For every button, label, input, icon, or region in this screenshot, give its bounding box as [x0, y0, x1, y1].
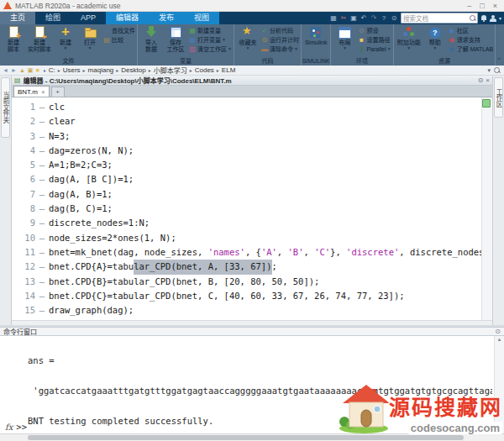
new-variable-button[interactable]: ▦新建变量	[188, 27, 232, 34]
breadcrumb-item[interactable]: Users	[63, 66, 81, 74]
doc-search-input[interactable]: 搜索文档	[401, 13, 478, 24]
forward-icon[interactable]: ►	[11, 66, 17, 75]
hscroll-thumb[interactable]	[28, 435, 464, 440]
set-path-button[interactable]: ■设置路径	[357, 36, 391, 44]
community-button[interactable]: ◉社区	[448, 27, 493, 34]
tab-home[interactable]: 主页	[0, 12, 35, 24]
code-line: 6–dag(A, [B C])=1;	[12, 172, 482, 186]
addons-button[interactable]: 附加功能▼	[396, 25, 423, 57]
import-data-icon	[144, 26, 158, 39]
tab-apps[interactable]: APP	[71, 12, 106, 24]
help-button[interactable]: 帮助▼	[423, 25, 447, 57]
breadcrumb-item[interactable]: Codes	[195, 66, 214, 74]
collapse-ribbon-icon[interactable]: ⌃	[496, 57, 501, 64]
breadcrumb-item[interactable]: 小脚本学习	[154, 66, 187, 75]
tab-bnt-m[interactable]: BNT.m ×	[13, 86, 50, 97]
address-search-icon[interactable]	[494, 67, 500, 73]
code-line: 2–clear	[12, 114, 482, 129]
analyze-code-icon: ✓	[260, 27, 269, 34]
code-text: node_sizes=2*ones(1, N);	[49, 231, 176, 245]
breadcrumb-separator: ▸	[149, 67, 151, 73]
save-icon[interactable]: ▦	[329, 13, 338, 24]
line-number: 8	[12, 202, 35, 216]
workspace-tab[interactable]: 工作区	[494, 77, 503, 118]
path-dropdown-icon[interactable]: ▾	[487, 66, 491, 75]
editor-close-icon[interactable]: ×	[486, 76, 490, 84]
new-tab-button[interactable]: +	[51, 87, 65, 97]
editor-scrollbar[interactable]	[481, 97, 492, 320]
learn-matlab-button[interactable]: ◆了解 MATLAB	[448, 45, 493, 53]
tab-close-icon[interactable]: ×	[41, 88, 45, 96]
workspace-strip: 工作区	[493, 76, 504, 325]
tab-publish[interactable]: 发布	[149, 12, 184, 24]
simulink-label: Simulink	[305, 39, 327, 46]
addons-icon	[402, 26, 416, 39]
new-script-label: 新建 脚本	[8, 39, 19, 52]
command-hscrollbar[interactable]	[0, 433, 504, 441]
redo-icon[interactable]: ↷	[370, 13, 378, 24]
tab-view[interactable]: 视图	[184, 12, 219, 24]
breadcrumb-separator: ▸	[116, 67, 118, 73]
maximize-button[interactable]: □	[480, 2, 484, 10]
clear-workspace-button[interactable]: ▨清空工作区▼	[188, 45, 232, 53]
user-account-icon[interactable]	[490, 15, 496, 22]
fx-icon: fx	[5, 423, 13, 432]
new-script-button[interactable]: 新建 脚本	[2, 25, 25, 57]
layout-button[interactable]: 布局▼	[333, 25, 356, 57]
breadcrumb-item[interactable]: ELM	[222, 66, 235, 74]
executable-line-dash-icon: –	[35, 100, 49, 114]
folder-icon[interactable]: ■	[35, 66, 39, 75]
scroll-up-icon[interactable]: ▲	[495, 336, 504, 343]
editor-header: ▤ 编辑器 - C:\Users\maqiang\Desktop\小脚本学习\C…	[12, 76, 492, 86]
address-bar: ◄►▲▣■ ▸C:▸Users▸maqiang▸Desktop▸小脚本学习▸Co…	[0, 66, 504, 76]
breadcrumb-item[interactable]: Desktop	[121, 66, 145, 74]
import-data-button[interactable]: 导入 数据	[139, 25, 163, 57]
save-workspace-button[interactable]: 保存 工作区	[164, 25, 187, 57]
ribbon-group-name: 资源	[394, 57, 495, 66]
tab-plots[interactable]: 绘图	[35, 12, 71, 24]
code-analyzer-indicator[interactable]	[482, 99, 491, 108]
breadcrumb-item[interactable]: maqiang	[88, 66, 114, 74]
editor-hscrollbar[interactable]	[12, 320, 492, 325]
minimize-button[interactable]: –	[467, 2, 471, 10]
breadcrumb-item[interactable]: C:	[49, 66, 55, 74]
tab-editor[interactable]: 编辑器	[106, 12, 149, 24]
open-button[interactable]: 打开▼	[78, 25, 102, 57]
compare-label: 比较	[112, 36, 123, 44]
copy-icon[interactable]: ▣	[349, 13, 358, 24]
undo-icon[interactable]: ↶	[360, 13, 368, 24]
new-live-script-label: 新建 实时脚本	[28, 39, 51, 52]
code-line: 1–clc	[12, 100, 482, 114]
current-folder-tab[interactable]: 当前文件夹	[1, 77, 10, 138]
find-files-button[interactable]: ○查找文件	[102, 27, 135, 34]
editor-body[interactable]: 1–clc2–clear3–N=3;4–dag=zeros(N, N);5–A=…	[12, 97, 492, 320]
editor-dock-icon[interactable]: ⊙	[478, 76, 484, 84]
user-menu-chevron-icon[interactable]: ▾	[499, 15, 501, 21]
command-window-dock-icon[interactable]: ⊙	[495, 328, 501, 335]
new-button[interactable]: 新建▼	[54, 25, 77, 57]
executable-line-dash-icon: –	[35, 114, 49, 129]
title-bar: MATLAB R2020a - academic use – □ ×	[0, 0, 504, 12]
command-prompt[interactable]: fx >>	[5, 422, 27, 432]
clear-commands-button[interactable]: ▬清除命令▼	[260, 45, 299, 53]
code-text: 'C'	[314, 245, 330, 260]
settings-icon[interactable]: ⊙	[390, 13, 398, 24]
back-icon[interactable]: ◄	[3, 66, 8, 75]
preferences-button[interactable]: ⊙预设	[357, 27, 391, 34]
browse-folder-icon[interactable]: ▣	[28, 66, 34, 75]
run-time-button[interactable]: ⊙运行并计时	[260, 36, 299, 44]
notifications-icon[interactable]	[480, 15, 487, 22]
compare-button[interactable]: ▤比较	[102, 36, 135, 44]
open-variable-button[interactable]: ▦打开变量▼	[188, 36, 232, 44]
ribbon-group-环境: 布局▼⊙预设■设置路径∥Parallel▼环境	[331, 24, 393, 66]
new-live-script-button[interactable]: 新建 实时脚本	[26, 25, 53, 57]
parallel-button[interactable]: ∥Parallel▼	[357, 45, 391, 53]
cut-icon[interactable]: ✂	[339, 13, 348, 24]
analyze-code-button[interactable]: ✓分析代码	[260, 27, 299, 34]
help-icon[interactable]: ?	[380, 13, 388, 24]
simulink-button[interactable]: Simulink	[303, 25, 328, 57]
up-folder-icon[interactable]: ▲	[19, 66, 25, 75]
support-button[interactable]: ◉请求支持	[448, 36, 493, 44]
favorites-button[interactable]: 收藏夹▼	[236, 25, 260, 57]
close-button[interactable]: ×	[493, 2, 497, 10]
